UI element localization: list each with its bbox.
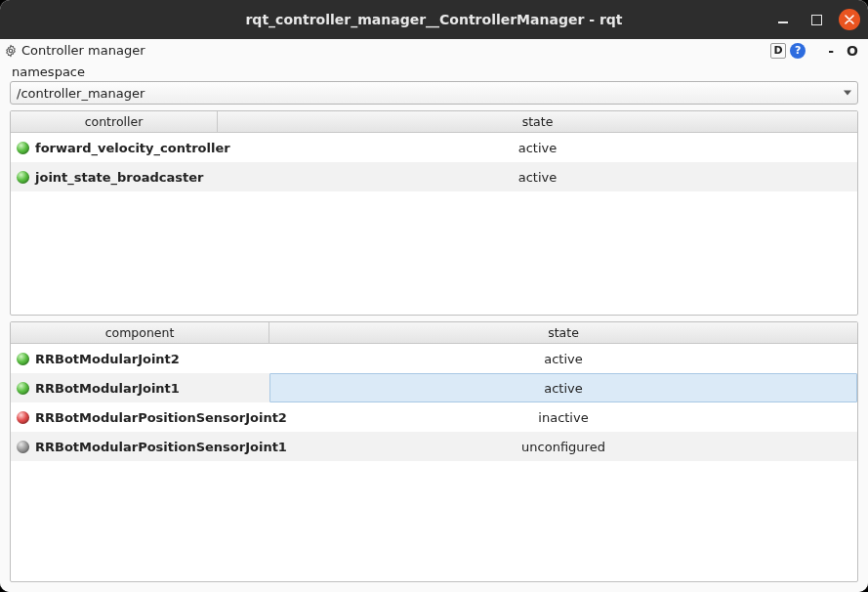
table-row[interactable]: joint_state_broadcasteractive [11,162,857,191]
controllers-table: controller state forward_velocity_contro… [10,110,858,316]
help-button[interactable]: ? [790,43,806,59]
namespace-value: /controller_manager [17,86,145,101]
row-name: RRBotModularPositionSensorJoint2 [35,410,287,425]
row-state-cell: active [269,373,857,402]
components-table: component state RRBotModularJoint2active… [10,321,858,582]
window-controls [772,9,860,30]
components-header: component state [11,322,857,344]
client-area: namespace /controller_manager controller… [0,63,868,592]
chevron-down-icon [844,91,851,96]
app-window: rqt_controller_manager__ControllerManage… [0,0,868,592]
status-orb-icon [17,382,29,395]
gear-icon [4,44,18,58]
table-row[interactable]: RRBotModularJoint1active [11,373,857,402]
components-header-name[interactable]: component [11,322,269,343]
table-row[interactable]: forward_velocity_controlleractive [11,133,857,162]
dock-toggle-button[interactable]: D [770,43,786,59]
controllers-header-name[interactable]: controller [11,111,218,132]
close-button[interactable] [839,9,860,30]
table-row[interactable]: RRBotModularPositionSensorJoint2inactive [11,402,857,432]
status-orb-icon [17,142,29,154]
row-state-cell: inactive [269,402,857,432]
minimize-button[interactable] [772,9,794,30]
table-row[interactable]: RRBotModularJoint2active [11,344,857,373]
close-plugin-button[interactable]: O [843,43,862,59]
row-state-cell: unconfigured [269,432,857,461]
status-orb-icon [17,441,29,453]
row-name-cell: joint_state_broadcaster [11,162,218,191]
row-name-cell: RRBotModularJoint1 [11,373,269,402]
components-body: RRBotModularJoint2activeRRBotModularJoin… [11,344,857,581]
row-name: forward_velocity_controller [35,141,230,155]
namespace-label: namespace [10,63,858,81]
controllers-header-state[interactable]: state [218,111,857,132]
row-name-cell: RRBotModularPositionSensorJoint1 [11,432,269,461]
plugin-header: Controller manager D ? - O [0,39,868,63]
row-name: RRBotModularJoint1 [35,381,180,396]
float-button[interactable]: - [823,43,839,59]
row-state-cell: active [218,133,857,162]
row-name: joint_state_broadcaster [35,170,203,185]
row-name: RRBotModularJoint2 [35,352,180,366]
namespace-combobox[interactable]: /controller_manager [10,81,858,105]
controllers-body: forward_velocity_controlleractivejoint_s… [11,133,857,315]
status-orb-icon [17,411,29,424]
status-orb-icon [17,171,29,184]
status-orb-icon [17,353,29,365]
row-name-cell: RRBotModularPositionSensorJoint2 [11,402,269,432]
controllers-header: controller state [11,111,857,133]
table-row[interactable]: RRBotModularPositionSensorJoint1unconfig… [11,432,857,461]
row-state-cell: active [269,344,857,373]
row-name-cell: forward_velocity_controller [11,133,218,162]
svg-point-0 [9,49,13,53]
row-name: RRBotModularPositionSensorJoint1 [35,440,287,454]
plugin-title: Controller manager [21,43,145,58]
components-header-state[interactable]: state [269,322,857,343]
row-name-cell: RRBotModularJoint2 [11,344,269,373]
titlebar[interactable]: rqt_controller_manager__ControllerManage… [0,0,868,39]
row-state-cell: active [218,162,857,191]
window-title: rqt_controller_manager__ControllerManage… [245,12,622,27]
maximize-button[interactable] [806,9,827,30]
